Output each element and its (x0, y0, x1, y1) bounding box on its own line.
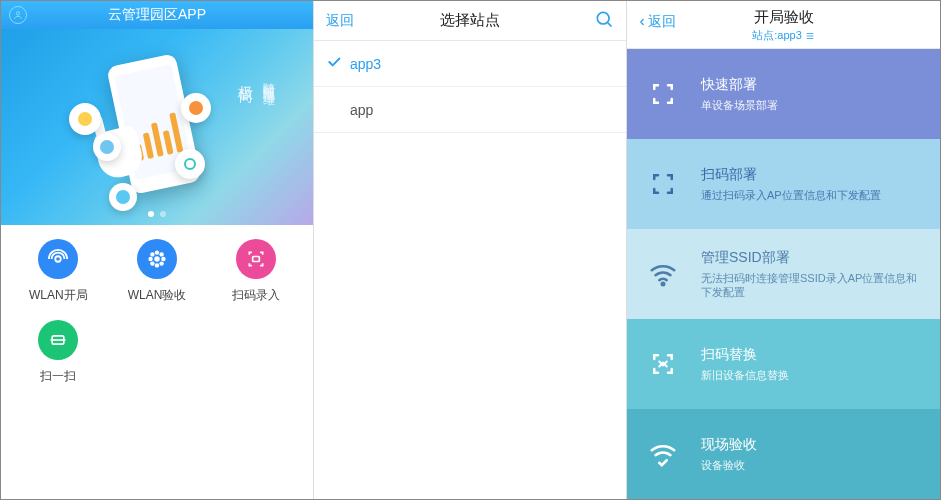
feature-label: WLAN验收 (128, 287, 187, 304)
back-label: 返回 (648, 13, 676, 31)
acceptance-panel: 返回 开局验收 站点:app3 快速部署 单设备场景部署 (627, 1, 940, 499)
scan-icon (38, 320, 78, 360)
back-button[interactable]: 返回 (637, 13, 676, 31)
site-list: app3 app (314, 41, 626, 133)
option-desc: 无法扫码时连接管理SSID录入AP位置信息和下发配置 (701, 271, 924, 300)
bubble-icon (181, 93, 211, 123)
check-icon (326, 54, 342, 73)
site-name: app (350, 102, 373, 118)
option-list: 快速部署 单设备场景部署 扫码部署 通过扫码录入AP位置信息和下发配置 管理 (627, 49, 940, 499)
subtitle[interactable]: 站点:app3 (752, 28, 815, 43)
hero-text-sub: 随时随地运维 (260, 73, 277, 85)
svg-point-14 (662, 283, 665, 286)
feature-grid: WLAN开局 WLAN验收 扫码录入 扫一扫 (1, 225, 313, 385)
svg-point-6 (161, 257, 165, 261)
scan-frame-icon (645, 169, 681, 199)
hero-banner[interactable]: 极简 随时随地运维 (1, 29, 313, 225)
bubble-icon (175, 149, 205, 179)
option-scan-deploy[interactable]: 扫码部署 通过扫码录入AP位置信息和下发配置 (627, 139, 940, 229)
option-desc: 设备验收 (701, 458, 757, 472)
search-icon[interactable] (594, 9, 614, 33)
feature-wlan-start[interactable]: WLAN开局 (9, 239, 108, 304)
bubble-icon (109, 183, 137, 211)
site-select-panel: 返回 选择站点 app3 app (314, 1, 627, 499)
home-header: 云管理园区APP (1, 1, 313, 29)
option-ssid-deploy[interactable]: 管理SSID部署 无法扫码时连接管理SSID录入AP位置信息和下发配置 (627, 229, 940, 319)
bubble-icon (69, 103, 101, 135)
site-name: app3 (350, 56, 381, 72)
scan-replace-icon (645, 349, 681, 379)
wifi-icon (645, 259, 681, 289)
svg-rect-11 (252, 257, 259, 262)
svg-point-10 (159, 261, 163, 265)
wifi-check-icon (645, 439, 681, 469)
wlan-start-icon (38, 239, 78, 279)
scan-entry-icon (236, 239, 276, 279)
svg-point-13 (597, 12, 609, 24)
wlan-accept-icon (137, 239, 177, 279)
option-scan-replace[interactable]: 扫码替换 新旧设备信息替换 (627, 319, 940, 409)
svg-point-4 (155, 263, 159, 267)
option-desc: 单设备场景部署 (701, 98, 778, 112)
hero-text-main: 极简 (236, 73, 255, 79)
carousel-dots[interactable] (148, 211, 166, 217)
home-panel: 云管理园区APP 极简 随时随地运维 (1, 1, 314, 499)
feature-label: 扫码录入 (232, 287, 280, 304)
option-title: 现场验收 (701, 436, 757, 454)
feature-wlan-accept[interactable]: WLAN验收 (108, 239, 207, 304)
bubble-icon (93, 133, 121, 161)
option-title: 扫码替换 (701, 346, 789, 364)
site-header: 返回 选择站点 (314, 1, 626, 41)
svg-point-3 (155, 250, 159, 254)
option-title: 快速部署 (701, 76, 778, 94)
site-item[interactable]: app3 (314, 41, 626, 87)
page-title: 选择站点 (440, 11, 500, 30)
option-onsite-accept[interactable]: 现场验收 设备验收 (627, 409, 940, 499)
chevron-left-icon (637, 15, 647, 29)
feature-label: WLAN开局 (29, 287, 88, 304)
option-title: 扫码部署 (701, 166, 881, 184)
svg-point-9 (150, 261, 154, 265)
page-title: 开局验收 (754, 8, 814, 27)
svg-point-2 (154, 256, 160, 262)
site-item[interactable]: app (314, 87, 626, 133)
feature-label: 扫一扫 (40, 368, 76, 385)
back-button[interactable]: 返回 (326, 12, 354, 30)
feature-scan-entry[interactable]: 扫码录入 (206, 239, 305, 304)
svg-point-8 (159, 252, 163, 256)
acceptance-header: 返回 开局验收 站点:app3 (627, 1, 940, 49)
svg-point-5 (148, 257, 152, 261)
option-desc: 通过扫码录入AP位置信息和下发配置 (701, 188, 881, 202)
svg-point-7 (150, 252, 154, 256)
app-title: 云管理园区APP (1, 6, 313, 24)
option-desc: 新旧设备信息替换 (701, 368, 789, 382)
scan-frame-icon (645, 79, 681, 109)
svg-point-1 (56, 256, 62, 262)
option-quick-deploy[interactable]: 快速部署 单设备场景部署 (627, 49, 940, 139)
option-title: 管理SSID部署 (701, 249, 924, 267)
list-icon (805, 31, 815, 41)
feature-scan[interactable]: 扫一扫 (9, 320, 108, 385)
